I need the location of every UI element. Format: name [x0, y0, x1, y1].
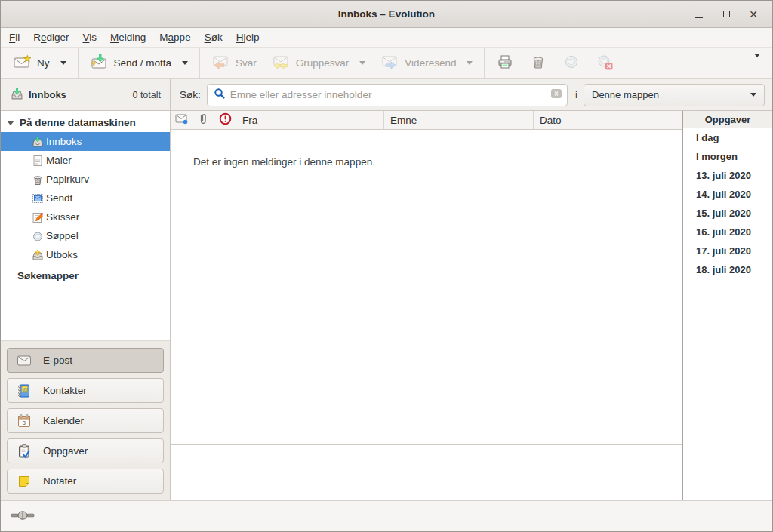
new-mail-icon: ★: [13, 53, 31, 73]
sent-mail-icon: [31, 192, 44, 204]
search-scope-value: Denne mappen: [592, 89, 659, 100]
clear-search-icon[interactable]: [550, 88, 562, 101]
forward-dropdown-arrow[interactable]: [467, 61, 473, 65]
column-priority[interactable]: [214, 111, 236, 129]
junk-icon: [562, 53, 581, 73]
reply-icon: [211, 53, 229, 73]
switcher-mail-button[interactable]: E-post: [7, 348, 164, 373]
print-icon: [496, 53, 514, 73]
reply-button[interactable]: Svar: [204, 48, 264, 78]
switcher-contacts-button[interactable]: @ Kontakter: [7, 378, 164, 403]
expander-icon[interactable]: [7, 121, 14, 125]
trash-icon: [31, 173, 44, 186]
task-group-date[interactable]: 18. juli 2020: [683, 260, 772, 279]
current-folder-info: Innboks 0 totalt: [1, 79, 171, 110]
folder-junk[interactable]: Søppel: [1, 226, 170, 245]
task-group-date[interactable]: 13. juli 2020: [683, 166, 772, 185]
view-switcher: E-post @ Kontakter 3 Kalender: [1, 340, 170, 500]
delete-button[interactable]: [522, 48, 555, 78]
svg-text:@: @: [23, 386, 28, 392]
search-area: Søk: i Denne mappen: [171, 79, 772, 110]
inbox-icon: [11, 88, 23, 103]
new-message-dropdown-arrow[interactable]: [60, 61, 66, 65]
folder-inbox[interactable]: Innboks: [1, 132, 170, 151]
search-entry[interactable]: [207, 84, 568, 106]
search-scope-label: i: [575, 89, 577, 100]
send-receive-button[interactable]: Send / motta: [82, 48, 196, 78]
forward-button[interactable]: Videresend: [373, 48, 480, 78]
switcher-tasks-button[interactable]: Oppgaver: [7, 438, 164, 463]
task-group-date[interactable]: 17. juli 2020: [683, 241, 772, 260]
column-from[interactable]: Fra: [236, 111, 384, 129]
task-group-date[interactable]: 15. juli 2020: [683, 204, 772, 223]
switcher-memos-button[interactable]: Notater: [7, 469, 164, 494]
folder-trash[interactable]: Papirkurv: [1, 170, 170, 189]
group-reply-button[interactable]: Gruppesvar: [264, 48, 374, 78]
search-icon: [214, 88, 226, 102]
column-date[interactable]: Dato: [534, 111, 682, 129]
online-status-plug-icon[interactable]: [11, 509, 35, 524]
message-list-pane: Fra Emne Dato Det er ingen meldinger i d…: [171, 111, 682, 500]
not-junk-icon: [596, 53, 614, 73]
folder-outbox[interactable]: Utboks: [1, 245, 170, 264]
task-group-tomorrow[interactable]: I morgen: [683, 147, 772, 166]
content: På denne datamaskinen Innboks Maler: [1, 111, 772, 500]
window-title: Innboks – Evolution: [1, 8, 772, 20]
send-receive-dropdown-arrow[interactable]: [182, 61, 188, 65]
print-button[interactable]: [488, 48, 522, 78]
tree-root-on-this-computer[interactable]: På denne datamaskinen: [1, 113, 170, 132]
search-scope-combo[interactable]: Denne mappen: [584, 84, 765, 106]
document-icon: [31, 154, 44, 167]
junk-icon: [31, 229, 44, 242]
folder-templates[interactable]: Maler: [1, 151, 170, 170]
maximize-button[interactable]: [718, 6, 735, 23]
group-reply-label: Gruppesvar: [296, 57, 350, 69]
maximize-icon: [723, 11, 730, 17]
svg-text:3: 3: [23, 419, 26, 426]
switcher-calendar-button[interactable]: 3 Kalender: [7, 408, 164, 433]
titlebar: Innboks – Evolution ✕: [1, 1, 772, 28]
send-receive-icon: [90, 53, 108, 73]
menu-search[interactable]: Søk: [198, 29, 229, 45]
inbox-icon: [31, 135, 44, 148]
menu-folder[interactable]: Mappe: [152, 29, 197, 45]
minimize-icon: [695, 17, 703, 18]
tasks-pane-header[interactable]: Oppgaver: [683, 111, 772, 128]
junk-button[interactable]: [555, 48, 588, 78]
task-group-today[interactable]: I dag: [683, 128, 772, 147]
task-group-date[interactable]: 16. juli 2020: [683, 223, 772, 241]
folder-sent[interactable]: Sendt: [1, 189, 170, 208]
folder-name: Innboks: [29, 89, 66, 100]
tree-root-search-folders[interactable]: Søkemapper: [1, 266, 170, 285]
search-input[interactable]: [230, 89, 546, 100]
preview-pane: [171, 445, 682, 500]
folder-drafts[interactable]: Skisser: [1, 208, 170, 226]
menu-view[interactable]: Vis: [76, 29, 104, 45]
calendar-icon: 3: [17, 414, 32, 429]
status-bar: [1, 500, 772, 531]
column-read-status[interactable]: [171, 111, 192, 129]
mail-icon: [17, 353, 32, 368]
menu-edit[interactable]: Rediger: [26, 29, 75, 45]
menubar: Fil Rediger Vis Melding Mappe Søk Hjelp: [1, 28, 772, 48]
column-subject[interactable]: Emne: [384, 111, 534, 129]
folder-tree: På denne datamaskinen Innboks Maler: [1, 111, 170, 340]
folder-count: 0 totalt: [132, 90, 161, 100]
toolbar-overflow-button[interactable]: [747, 53, 768, 73]
menu-help[interactable]: Hjelp: [229, 29, 266, 45]
menu-message[interactable]: Melding: [103, 29, 152, 45]
column-attachment[interactable]: [192, 111, 214, 129]
group-reply-dropdown-arrow[interactable]: [359, 61, 365, 65]
sidebar: På denne datamaskinen Innboks Maler: [1, 111, 171, 500]
menu-file[interactable]: Fil: [2, 29, 26, 45]
toolbar-separator: [199, 48, 200, 78]
new-message-button[interactable]: ★ Ny: [5, 48, 74, 78]
not-junk-button[interactable]: [588, 48, 621, 78]
task-group-date[interactable]: 14. juli 2020: [683, 185, 772, 204]
important-icon: [219, 112, 232, 128]
close-button[interactable]: ✕: [745, 6, 762, 23]
chevron-down-icon: [754, 54, 760, 69]
draft-pencil-icon: [31, 211, 44, 223]
search-label: Søk:: [180, 89, 201, 100]
minimize-button[interactable]: [691, 6, 707, 23]
